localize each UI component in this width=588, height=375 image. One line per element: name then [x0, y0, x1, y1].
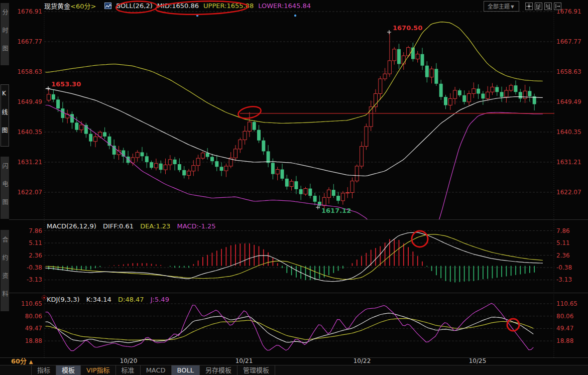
kdj-title: KDJ(9,3,3) [47, 296, 80, 303]
crosshair-icon[interactable] [525, 3, 533, 10]
svg-text:2.36: 2.36 [556, 252, 570, 259]
svg-text:10/25: 10/25 [469, 357, 487, 364]
candles [47, 33, 536, 211]
tab-standard[interactable]: 标准 [116, 365, 141, 375]
svg-text:1658.63: 1658.63 [17, 68, 42, 75]
svg-text:5.11: 5.11 [29, 239, 42, 246]
boll-indicator-label: BOLL(26,2) [116, 2, 153, 10]
svg-text:-0.38: -0.38 [556, 264, 572, 271]
period-selector-label: 60分 [11, 357, 27, 365]
macd-title: MACD(26,12,9) [47, 222, 96, 230]
svg-text:7.86: 7.86 [29, 227, 42, 234]
kdj-k-value: K:34.14 [86, 296, 111, 303]
period-selector[interactable]: 60分 ▲ [11, 356, 33, 365]
svg-text:1667.77: 1667.77 [17, 38, 42, 45]
price-marker-label: 1653.30 [51, 80, 81, 88]
macd-macd-value: MACD:-1.25 [177, 222, 216, 230]
zoom-in-icon[interactable] [544, 3, 552, 10]
divider-main-macd [9, 219, 588, 220]
chart-canvas[interactable]: 1676.911676.911667.771667.771658.631658.… [0, 0, 588, 375]
boll-upper-value: UPPER:1655.88 [203, 2, 254, 10]
divider-kdj-datebar [0, 357, 588, 358]
tab-boll[interactable]: BOLL [172, 365, 200, 375]
chart-header: 现货黄金 <60分> BOLL(26,2) MID:1650.86 UPPER:… [44, 2, 315, 10]
kdj-d-value: D:48.47 [118, 296, 144, 303]
bollinger-bands [46, 22, 543, 268]
svg-text:110.65: 110.65 [556, 300, 577, 307]
svg-text:1649.49: 1649.49 [556, 98, 581, 105]
svg-text:10/20: 10/20 [120, 357, 138, 364]
gridlines: 1676.911676.911667.771667.771658.631658.… [17, 8, 581, 364]
tab-templates[interactable]: 模板 [56, 365, 81, 375]
svg-text:-3.13: -3.13 [556, 276, 572, 283]
svg-text:10/21: 10/21 [236, 357, 253, 364]
price-marker-label: 1617.12 [321, 207, 351, 214]
svg-text:-3.13: -3.13 [27, 276, 42, 283]
tab-indicators[interactable]: 指标 [31, 365, 56, 375]
svg-text:1631.21: 1631.21 [556, 159, 581, 166]
chevron-up-icon: ▲ [29, 359, 33, 364]
chart-controls: 全部主题▼ [484, 1, 561, 12]
svg-text:80.06: 80.06 [25, 313, 42, 320]
svg-text:1640.35: 1640.35 [17, 129, 42, 136]
svg-text:49.47: 49.47 [556, 325, 573, 332]
boll-lower-value: LOWER:1645.84 [258, 2, 311, 10]
tab-macd[interactable]: MACD [141, 365, 172, 375]
tab-save-template[interactable]: 另存模板 [200, 365, 238, 375]
macd-diff-value: DIFF:0.61 [103, 222, 134, 230]
kdj-pane-header: KDJ(9,3,3) K:34.14 D:48.47 J:5.49 [47, 296, 174, 303]
tab-vip-indicators[interactable]: VIP指标 [81, 365, 116, 375]
boll-mid-value: MID:1650.86 [157, 2, 199, 10]
mini-chart-icon [104, 3, 111, 9]
svg-text:1676.91: 1676.91 [17, 8, 42, 15]
svg-text:1622.07: 1622.07 [556, 189, 581, 196]
svg-text:18.88: 18.88 [25, 337, 42, 344]
macd-pane [46, 232, 543, 283]
svg-text:18.88: 18.88 [556, 337, 573, 344]
svg-text:10/22: 10/22 [354, 357, 371, 364]
svg-text:1649.49: 1649.49 [17, 98, 42, 105]
cross-marker-icon [387, 30, 391, 34]
kdj-j-value: J:5.49 [151, 296, 169, 303]
macd-pane-header: MACD(26,12,9) DIFF:0.61 DEA:1.23 MACD:-1… [47, 222, 220, 230]
price-marker-label: 1670.50 [393, 24, 422, 32]
bottom-toolbar: 指标 模板 VIP指标 标准 MACD BOLL 另存模板 管理模板 [0, 365, 588, 375]
svg-text:1667.77: 1667.77 [556, 38, 581, 45]
theme-dropdown[interactable]: 全部主题▼ [484, 1, 519, 12]
blue-dot-marker [294, 15, 296, 17]
blue-dot-marker [196, 15, 198, 17]
svg-text:-0.38: -0.38 [27, 264, 42, 271]
svg-text:2.36: 2.36 [29, 252, 42, 259]
svg-text:1658.63: 1658.63 [556, 68, 581, 75]
svg-text:110.65: 110.65 [21, 300, 42, 307]
svg-text:1622.07: 1622.07 [17, 189, 42, 196]
zoom-out-icon[interactable] [535, 3, 542, 10]
kdj-settings-icon[interactable] [42, 296, 47, 300]
period-label: <60分> [70, 1, 96, 11]
svg-text:7.86: 7.86 [556, 227, 570, 234]
fullscreen-icon[interactable] [554, 3, 561, 10]
svg-text:80.06: 80.06 [556, 313, 573, 320]
svg-text:5.11: 5.11 [556, 239, 570, 246]
symbol-label: 现货黄金 [44, 1, 70, 11]
svg-text:1640.35: 1640.35 [556, 129, 581, 136]
svg-text:1631.21: 1631.21 [17, 159, 42, 166]
macd-dea-value: DEA:1.23 [140, 222, 170, 230]
kdj-pane [46, 303, 534, 351]
svg-text:49.47: 49.47 [25, 325, 42, 332]
trading-app: 分时图 K线图 闪电图 合约资料 1676.911676.911667.7716… [0, 0, 588, 375]
divider-macd-kdj [9, 293, 588, 293]
cross-marker-icon [46, 86, 50, 90]
cross-marker-icon [316, 205, 320, 209]
tab-manage-templates[interactable]: 管理模板 [238, 365, 275, 375]
